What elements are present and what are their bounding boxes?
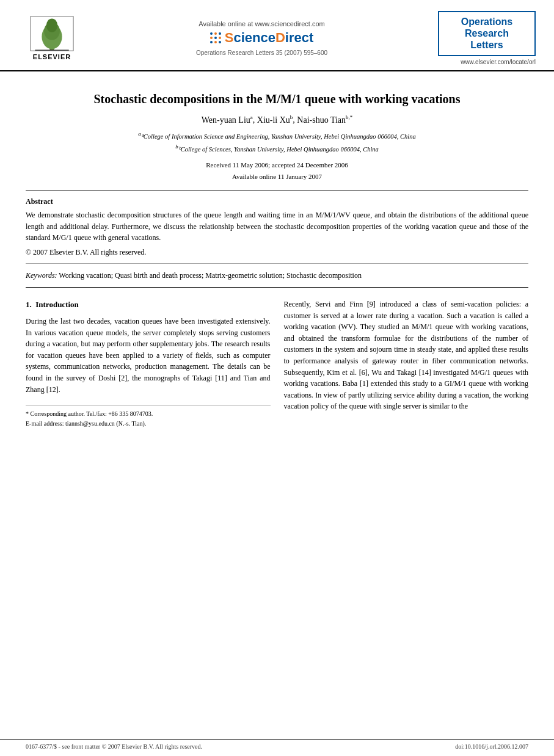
footnote-email: E-mail address: tiannsh@ysu.edu.cn (N.-s…	[26, 419, 271, 429]
elsevier-logo-area: ELSEVIER	[18, 15, 86, 60]
section1-paragraph1: During the last two decades, vacation qu…	[26, 316, 271, 395]
copyright-text: © 2007 Elsevier B.V. All rights reserved…	[26, 248, 528, 257]
abstract-text: We demonstrate stochastic decomposition …	[26, 209, 528, 244]
divider-2	[26, 263, 528, 264]
keywords-label: Keywords:	[26, 271, 57, 280]
sciencedirect-logo: ScienceDirect	[86, 30, 438, 46]
keywords-line: Keywords: Working vacation; Quasi birth …	[26, 270, 528, 281]
svg-point-3	[46, 19, 57, 32]
footer-doi: doi:10.1016/j.orl.2006.12.007	[455, 743, 528, 750]
sciencedirect-area: Available online at www.sciencedirect.co…	[86, 20, 438, 56]
sd-dots-icon	[210, 32, 221, 43]
journal-title-line1: Operations Research Letters	[445, 16, 528, 51]
journal-website: www.elsevier.com/locate/orl	[438, 59, 536, 65]
elsevier-tree-icon	[27, 15, 76, 52]
left-column: 1. Introduction During the last two deca…	[26, 299, 271, 429]
paper-title: Stochastic decompositions in the M/M/1 q…	[26, 91, 528, 107]
keywords-text: Working vacation; Quasi birth and death …	[59, 271, 362, 280]
available-online-text: Available online at www.sciencedirect.co…	[86, 20, 438, 27]
journal-info-text: Operations Research Letters 35 (2007) 59…	[86, 49, 438, 56]
page: ELSEVIER Available online at www.science…	[0, 0, 554, 756]
right-column: Recently, Servi and Finn [9] introduced …	[284, 299, 529, 429]
header: ELSEVIER Available online at www.science…	[0, 0, 554, 71]
affiliations: aᵃCollege of Information Science and Eng…	[26, 129, 528, 154]
footer-issn: 0167-6377/$ - see front matter © 2007 El…	[26, 743, 202, 750]
abstract-title: Abstract	[26, 197, 528, 206]
elsevier-brand-text: ELSEVIER	[33, 53, 71, 60]
dates: Received 11 May 2006; accepted 24 Decemb…	[26, 159, 528, 182]
journal-title-area: Operations Research Letters www.elsevier…	[438, 11, 536, 65]
divider-3	[26, 287, 528, 288]
abstract-section: Abstract We demonstrate stochastic decom…	[26, 197, 528, 257]
divider-1	[26, 191, 528, 191]
content-area: Stochastic decompositions in the M/M/1 q…	[0, 71, 554, 442]
two-column-layout: 1. Introduction During the last two deca…	[26, 299, 528, 429]
footer: 0167-6377/$ - see front matter © 2007 El…	[0, 739, 554, 750]
section1-paragraph2: Recently, Servi and Finn [9] introduced …	[284, 299, 529, 412]
journal-title-box: Operations Research Letters	[438, 11, 536, 56]
footnote-corresponding: * Corresponding author. Tel./fax: +86 33…	[26, 409, 271, 419]
sciencedirect-brand: ScienceDirect	[225, 30, 314, 46]
section1-heading: 1. Introduction	[26, 299, 271, 311]
footnote-area: * Corresponding author. Tel./fax: +86 33…	[26, 405, 271, 429]
authors: Wen-yuan Liua, Xiu-li Xub, Nai-shuo Tian…	[26, 114, 528, 125]
